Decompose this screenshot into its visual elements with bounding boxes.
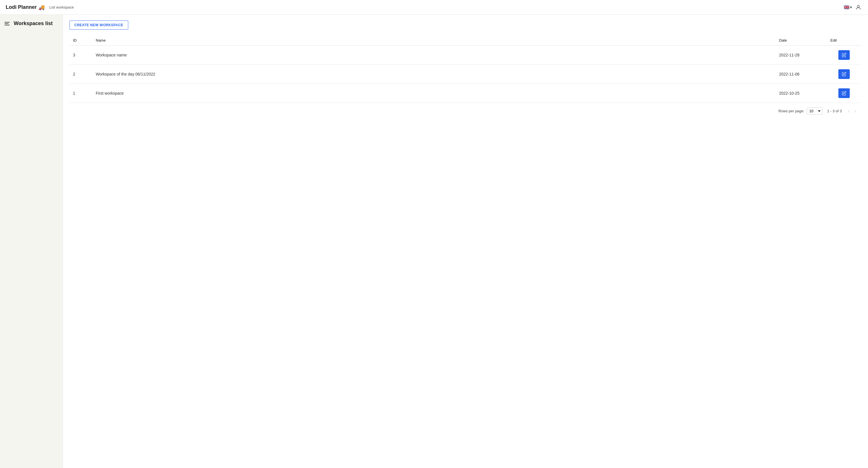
language-selector[interactable]: 🇬🇧 ▾ — [844, 5, 852, 10]
edit-icon — [842, 72, 846, 76]
prev-page-button[interactable]: ‹ — [846, 107, 851, 115]
rows-per-page-select[interactable]: 5 10 25 50 — [807, 107, 823, 115]
app-header: Lodi Planner 🚚 List workspace 🇬🇧 ▾ — [0, 0, 868, 15]
cell-date: 2022-11-06 — [776, 65, 827, 84]
cell-edit — [827, 45, 861, 65]
sidebar-header: Workspaces list — [0, 15, 62, 32]
header-left: Lodi Planner 🚚 List workspace — [6, 4, 74, 10]
lang-arrow: ▾ — [850, 5, 852, 9]
cell-id: 2 — [69, 65, 92, 84]
rows-per-page: Rows per page: 5 10 25 50 — [778, 107, 823, 115]
app-emoji: 🚚 — [38, 4, 45, 10]
user-profile-button[interactable] — [854, 3, 862, 11]
page-info: 1 - 3 of 3 — [827, 109, 842, 113]
sidebar-title: Workspaces list — [14, 21, 53, 27]
main-content: CREATE NEW WORKSPACE ID Name Date Edit 3… — [63, 15, 868, 468]
workspaces-table: ID Name Date Edit 3Workspace name2022-11… — [69, 35, 861, 103]
cell-id: 1 — [69, 84, 92, 103]
edit-button-row-3[interactable] — [838, 50, 850, 60]
edit-icon — [842, 91, 846, 95]
cell-name: First workspace — [92, 84, 776, 103]
sidebar-menu-icon — [5, 22, 10, 25]
edit-button-row-2[interactable] — [838, 69, 850, 79]
pagination-bar: Rows per page: 5 10 25 50 1 - 3 of 3 ‹ › — [69, 103, 861, 119]
svg-point-0 — [857, 5, 859, 7]
table-row: 1First workspace2022-10-25 — [69, 84, 861, 103]
cell-name: Workspace name — [92, 45, 776, 65]
cell-date: 2022-10-25 — [776, 84, 827, 103]
table-header-row: ID Name Date Edit — [69, 35, 861, 45]
create-workspace-button[interactable]: CREATE NEW WORKSPACE — [69, 21, 128, 30]
header-right: 🇬🇧 ▾ — [844, 3, 862, 11]
main-layout: Workspaces list CREATE NEW WORKSPACE ID … — [0, 15, 868, 468]
flag-icon: 🇬🇧 — [844, 5, 849, 10]
col-header-id: ID — [69, 35, 92, 45]
col-header-date: Date — [776, 35, 827, 45]
cell-edit — [827, 65, 861, 84]
cell-name: Workspace of the day 06/11/2022 — [92, 65, 776, 84]
table-row: 2Workspace of the day 06/11/20222022-11-… — [69, 65, 861, 84]
page-navigation: ‹ › — [846, 107, 858, 115]
cell-id: 3 — [69, 45, 92, 65]
cell-edit — [827, 84, 861, 103]
sidebar: Workspaces list — [0, 15, 63, 468]
app-title: Lodi Planner 🚚 — [6, 4, 45, 10]
col-header-name: Name — [92, 35, 776, 45]
header-subtitle: List workspace — [49, 5, 74, 9]
app-name-text: Lodi Planner — [6, 4, 37, 10]
user-icon — [855, 4, 862, 10]
col-header-edit: Edit — [827, 35, 861, 45]
next-page-button[interactable]: › — [852, 107, 858, 115]
rows-per-page-label: Rows per page: — [778, 109, 804, 113]
cell-date: 2022-11-28 — [776, 45, 827, 65]
edit-icon — [842, 53, 846, 57]
table-row: 3Workspace name2022-11-28 — [69, 45, 861, 65]
edit-button-row-1[interactable] — [838, 88, 850, 98]
